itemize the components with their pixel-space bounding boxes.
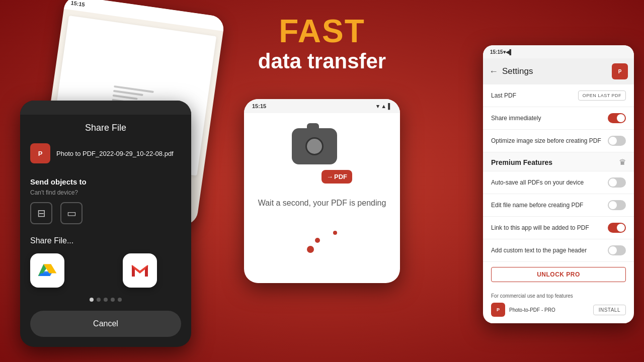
last-pdf-label: Last PDF	[491, 92, 574, 99]
signal-icon: ▲	[381, 103, 386, 109]
settings-title: Settings	[502, 66, 608, 76]
bg-phone-time: 15:15	[70, 0, 86, 8]
cant-find-label: Can't find device?	[20, 188, 191, 202]
share-immediately-row: Share immediately	[483, 107, 634, 130]
center-phone-wrapper: 15:15 ▾ ▲ ▌ → PDF Wait a second, your PD…	[244, 99, 400, 283]
right-phone-status-bar: 15:15 ▾◀▌	[483, 45, 634, 58]
app-icons-row	[20, 253, 191, 294]
right-wifi-icon: ▾◀▌	[503, 49, 513, 55]
nearby-icon[interactable]: ▭	[60, 202, 83, 224]
right-phone-wrapper: 15:15 ▾◀▌ ← Settings P Last PDF OPEN LAS…	[483, 45, 634, 323]
print-icon[interactable]: ⊟	[30, 202, 52, 224]
custom-text-row: Add custom text to the page header	[483, 239, 634, 262]
pdf-text: PDF	[334, 173, 347, 180]
crown-icon: ♛	[619, 157, 626, 167]
status-icons: ▾ ▲ ▌	[376, 103, 392, 110]
share-dialog-title: Share File	[20, 115, 191, 139]
last-pdf-row: Last PDF OPEN LAST PDF	[483, 84, 634, 107]
camera-body	[292, 128, 337, 164]
commercial-text: For commercial use and top features	[491, 293, 573, 299]
share-immediately-label: Share immediately	[491, 115, 604, 122]
auto-save-row: Auto-save all PDFs on your device	[483, 171, 634, 194]
premium-label: Premium Features	[491, 158, 619, 166]
optimize-image-label: Optimize image size before creating PDF	[491, 137, 604, 144]
settings-phone: 15:15 ▾◀▌ ← Settings P Last PDF OPEN LAS…	[483, 45, 634, 323]
pro-app-row: P Photo-to-PDF - PRO INSTALL	[491, 303, 626, 317]
pending-phone: 15:15 ▾ ▲ ▌ → PDF Wait a second, your PD…	[244, 99, 400, 283]
settings-p-letter: P	[618, 69, 622, 74]
link-to-app-label: Link to this app will be added to PDF	[491, 224, 604, 231]
pending-text: Wait a second, your PDF is pending	[258, 199, 386, 208]
camera-lens	[305, 137, 324, 155]
optimize-image-row: Optimize image size before creating PDF	[483, 130, 634, 152]
share-immediately-toggle[interactable]	[608, 113, 626, 123]
pdf-arrow: →	[327, 173, 333, 180]
dot-3	[104, 298, 108, 302]
center-heading: FAST data transfer	[258, 15, 386, 73]
file-name: Photo to PDF_2022-09-29_10-22-08.pdf	[56, 150, 181, 157]
back-arrow-icon[interactable]: ←	[489, 66, 498, 77]
custom-text-toggle[interactable]	[608, 245, 626, 255]
edit-filename-label: Edit file name before creating PDF	[491, 202, 604, 209]
main-phone-status-bar	[20, 101, 191, 115]
link-to-app-toggle[interactable]	[608, 223, 626, 233]
install-button[interactable]: INSTALL	[593, 305, 626, 315]
unlock-pro-button[interactable]: UNLOCK PRO	[491, 267, 626, 282]
pro-app-name: Photo-to-PDF - PRO	[509, 307, 589, 313]
gmail-icon[interactable]	[123, 253, 157, 288]
drive-svg	[36, 259, 58, 282]
subtitle-label: data transfer	[258, 49, 386, 73]
auto-save-toggle[interactable]	[608, 177, 626, 188]
dot-4	[111, 298, 115, 302]
settings-header: ← Settings P	[483, 58, 634, 84]
dot-1	[90, 298, 94, 302]
open-last-pdf-button[interactable]: OPEN LAST PDF	[578, 90, 626, 101]
optimize-image-toggle[interactable]	[608, 136, 626, 146]
settings-pdf-icon[interactable]: P	[612, 63, 628, 79]
pdf-icon-small: P	[30, 143, 50, 163]
left-phone-area: 15:15 Share File P Photo to PDF_2022-09-…	[20, 5, 231, 347]
bottom-section: For commercial use and top features P Ph…	[483, 287, 634, 323]
right-phone-time: 15:15	[490, 49, 503, 55]
edit-filename-row: Edit file name before creating PDF	[483, 194, 634, 217]
share-file-row: P Photo to PDF_2022-09-29_10-22-08.pdf	[20, 139, 191, 171]
dot-5	[118, 298, 122, 302]
premium-section-header: Premium Features ♛	[483, 152, 634, 171]
center-phone-status-bar: 15:15 ▾ ▲ ▌	[244, 99, 400, 113]
send-icons-row: ⊟ ▭	[20, 202, 191, 232]
loading-dot-2	[315, 238, 320, 243]
camera-pdf-icon: → PDF	[292, 128, 352, 184]
center-phone-content: → PDF Wait a second, your PDF is pending	[244, 113, 400, 263]
gmail-svg	[129, 259, 151, 282]
settings-body: Last PDF OPEN LAST PDF Share immediately…	[483, 84, 634, 323]
auto-save-label: Auto-save all PDFs on your device	[491, 179, 604, 186]
pdf-badge: → PDF	[321, 170, 352, 184]
dot-2	[97, 298, 101, 302]
google-drive-icon[interactable]	[30, 253, 64, 288]
send-objects-label: Send objects to	[20, 171, 191, 188]
edit-filename-toggle[interactable]	[608, 200, 626, 210]
share-file-label: Share File...	[20, 232, 191, 253]
loading-dots	[307, 223, 337, 253]
pagination-dots	[20, 294, 191, 306]
right-status-icons: ▾◀▌	[503, 49, 513, 55]
link-to-app-row: Link to this app will be added to PDF	[483, 217, 634, 239]
fast-label: FAST	[258, 15, 386, 47]
custom-text-label: Add custom text to the page header	[491, 247, 604, 254]
loading-dot-1	[307, 246, 314, 253]
wifi-icon: ▾	[376, 103, 379, 110]
cancel-button[interactable]: Cancel	[30, 311, 181, 337]
center-phone-time: 15:15	[252, 103, 266, 109]
share-dialog-phone: Share File P Photo to PDF_2022-09-29_10-…	[20, 101, 191, 347]
battery-icon: ▌	[388, 103, 392, 109]
loading-dot-3	[333, 231, 337, 235]
pro-app-icon: P	[491, 303, 505, 317]
